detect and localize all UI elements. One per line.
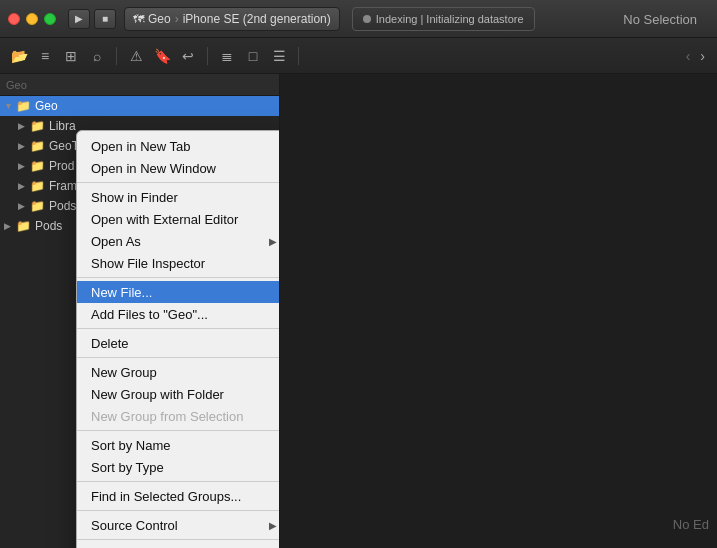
sidebar-label-libra: Libra	[49, 119, 76, 133]
menu-sort-type[interactable]: Sort by Type	[77, 456, 280, 478]
menu-sep-3	[77, 328, 280, 329]
sidebar-label-pods-outer: Pods	[35, 219, 62, 233]
folder-icon-prod: 📁	[30, 159, 45, 173]
menu-show-finder[interactable]: Show in Finder	[77, 186, 280, 208]
menu-new-group[interactable]: New Group	[77, 361, 280, 383]
menu-label-open-new-window: Open in New Window	[91, 161, 216, 176]
toolbar-separator-1	[116, 47, 117, 65]
menu-label-add-files: Add Files to "Geo"...	[91, 307, 208, 322]
scheme-device: iPhone SE (2nd generation)	[183, 12, 331, 26]
expand-arrow-prod: ▶	[18, 161, 30, 171]
menu-sep-8	[77, 539, 280, 540]
grid-icon[interactable]: ⊞	[60, 45, 82, 67]
tab-dot	[363, 15, 371, 23]
menu-label-new-group: New Group	[91, 365, 157, 380]
menu-label-new-file: New File...	[91, 285, 152, 300]
menu-label-show-finder: Show in Finder	[91, 190, 178, 205]
toolbar-separator-2	[207, 47, 208, 65]
menu-sep-6	[77, 481, 280, 482]
menu-label-new-group-selection: New Group from Selection	[91, 409, 243, 424]
expand-arrow-geo: ▼	[4, 101, 16, 111]
menu-sep-1	[77, 182, 280, 183]
sidebar-label-geot: GeoT	[49, 139, 79, 153]
menu-show-inspector[interactable]: Show File Inspector	[77, 252, 280, 274]
menu-add-files[interactable]: Add Files to "Geo"...	[77, 303, 280, 325]
menu-label-find-selected: Find in Selected Groups...	[91, 489, 241, 504]
sidebar-item-geo-root[interactable]: ▼ 📁 Geo	[0, 96, 279, 116]
folder-icon-libra: 📁	[30, 119, 45, 133]
folder-icon-pods-inner: 📁	[30, 199, 45, 213]
menu-sep-2	[77, 277, 280, 278]
back-arrow[interactable]: ‹	[682, 46, 695, 66]
expand-arrow-geot: ▶	[18, 141, 30, 151]
titlebar: ▶ ■ 🗺 Geo › iPhone SE (2nd generation) I…	[0, 0, 717, 38]
menu-find-selected[interactable]: Find in Selected Groups...	[77, 485, 280, 507]
stop-button[interactable]: ■	[94, 9, 116, 29]
menu-label-new-group-folder: New Group with Folder	[91, 387, 224, 402]
split-icon[interactable]: □	[242, 45, 264, 67]
warning-icon[interactable]: ⚠	[125, 45, 147, 67]
menu-label-open-as: Open As	[91, 234, 141, 249]
menu-new-group-folder[interactable]: New Group with Folder	[77, 383, 280, 405]
folder-icon-fram: 📁	[30, 179, 45, 193]
run-button[interactable]: ▶	[68, 9, 90, 29]
minimize-button[interactable]	[26, 13, 38, 25]
expand-arrow-libra: ▶	[18, 121, 30, 131]
scheme-app-icon: 🗺	[133, 13, 144, 25]
no-editor-label: No Ed	[673, 517, 709, 532]
folder-icon[interactable]: 📂	[8, 45, 30, 67]
folder-icon-pods-outer: 📁	[16, 219, 31, 233]
menu-navigator-help[interactable]: Project Navigator Help	[77, 543, 280, 548]
close-button[interactable]	[8, 13, 20, 25]
editor-content: No Ed	[280, 74, 717, 548]
menu-label-open-external: Open with External Editor	[91, 212, 238, 227]
sidebar-label-geo: Geo	[35, 99, 58, 113]
folder-icon-geo: 📁	[16, 99, 31, 113]
indexing-tab[interactable]: Indexing | Initializing datastore	[352, 7, 535, 31]
menu-open-external[interactable]: Open with External Editor	[77, 208, 280, 230]
menu-label-show-inspector: Show File Inspector	[91, 256, 205, 271]
list-icon[interactable]: ≡	[34, 45, 56, 67]
context-menu: Open in New Tab Open in New Window Show …	[76, 130, 280, 548]
play-icon: ▶	[75, 13, 83, 24]
menu-source-control[interactable]: Source Control ▶	[77, 514, 280, 536]
folder-icon-geot: 📁	[30, 139, 45, 153]
menu-label-sort-name: Sort by Name	[91, 438, 170, 453]
submenu-arrow-open-as: ▶	[269, 236, 277, 247]
menu-label-open-new-tab: Open in New Tab	[91, 139, 191, 154]
tab-label: Indexing | Initializing datastore	[376, 13, 524, 25]
submenu-arrow-source-control: ▶	[269, 520, 277, 531]
bookmark-icon[interactable]: 🔖	[151, 45, 173, 67]
sidebar-label-pods-inner: Pods	[49, 199, 76, 213]
stop-icon: ■	[102, 13, 108, 24]
forward-arrow[interactable]: ›	[696, 46, 709, 66]
project-label: Geo	[6, 79, 27, 91]
menu-delete[interactable]: Delete	[77, 332, 280, 354]
fullscreen-button[interactable]	[44, 13, 56, 25]
expand-arrow-pods-outer: ▶	[4, 221, 16, 231]
scheme-selector[interactable]: 🗺 Geo › iPhone SE (2nd generation)	[124, 7, 340, 31]
menu-sep-4	[77, 357, 280, 358]
nav-arrows: ‹ ›	[682, 46, 709, 66]
menu-label-source-control: Source Control	[91, 518, 178, 533]
editor-icon[interactable]: ≣	[216, 45, 238, 67]
sidebar-label-prod: Prod	[49, 159, 74, 173]
toolbar: 📂 ≡ ⊞ ⌕ ⚠ 🔖 ↩ ≣ □ ☰ ‹ ›	[0, 38, 717, 74]
expand-arrow-pods-inner: ▶	[18, 201, 30, 211]
layout-icon[interactable]: ☰	[268, 45, 290, 67]
menu-new-file[interactable]: New File...	[77, 281, 280, 303]
menu-open-new-window[interactable]: Open in New Window	[77, 157, 280, 179]
undo-icon[interactable]: ↩	[177, 45, 199, 67]
menu-new-group-selection[interactable]: New Group from Selection	[77, 405, 280, 427]
titlebar-controls: ▶ ■	[68, 9, 116, 29]
search-toolbar-icon[interactable]: ⌕	[86, 45, 108, 67]
menu-label-delete: Delete	[91, 336, 129, 351]
sidebar: Geo ▼ 📁 Geo ▶ 📁 Libra ▶ 📁 GeoT ▶ 📁 Prod …	[0, 74, 280, 548]
menu-sep-5	[77, 430, 280, 431]
menu-open-new-tab[interactable]: Open in New Tab	[77, 135, 280, 157]
traffic-lights	[8, 13, 56, 25]
menu-sort-name[interactable]: Sort by Name	[77, 434, 280, 456]
breadcrumb-sep: ›	[175, 12, 179, 26]
menu-open-as[interactable]: Open As ▶	[77, 230, 280, 252]
expand-arrow-fram: ▶	[18, 181, 30, 191]
